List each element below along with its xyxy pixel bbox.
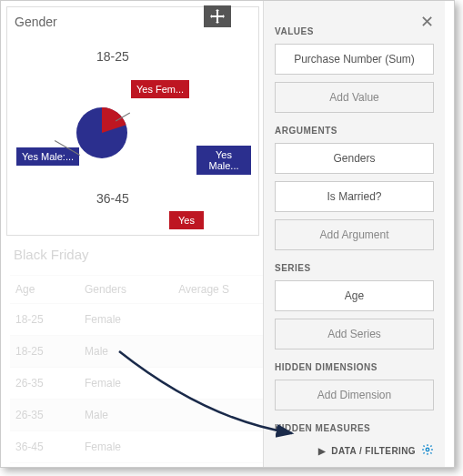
section-series: SERIES bbox=[275, 263, 434, 273]
age-label-18-25: 18-25 bbox=[96, 49, 129, 64]
pie-label-yes: Yes bbox=[169, 211, 204, 229]
add-series-button[interactable]: Add Series bbox=[275, 319, 434, 349]
chart-canvas: 18-25 Yes Fem... Yes Male:... 36-45 Yes … bbox=[15, 29, 251, 229]
section-hidden-dimensions: HIDDEN DIMENSIONS bbox=[275, 362, 434, 372]
argument-item-married[interactable]: Is Married? bbox=[275, 181, 434, 212]
section-values: VALUES bbox=[275, 26, 434, 36]
table-row: 26-35Female$8 bbox=[10, 368, 283, 400]
add-value-button[interactable]: Add Value bbox=[275, 82, 434, 113]
pie-label-male-2: Yes Male... bbox=[196, 146, 251, 175]
data-table: Age Genders Average S 18-25Female$7 18-2… bbox=[10, 276, 283, 463]
svg-point-1 bbox=[426, 448, 429, 451]
table-row: 18-25Male$9 bbox=[10, 336, 283, 368]
move-icon[interactable] bbox=[204, 5, 231, 27]
chart-widget[interactable]: Gender 18-25 Yes Fem... Yes Male:... 36-… bbox=[6, 6, 259, 236]
table-row: 36-45Female$8 bbox=[10, 431, 283, 463]
table-title: Black Friday bbox=[10, 236, 283, 276]
gear-icon[interactable] bbox=[421, 443, 434, 458]
data-filtering-label: DATA / FILTERING bbox=[331, 446, 416, 456]
table-row: 26-35Male$9 bbox=[10, 400, 283, 431]
pie-label-female: Yes Fem... bbox=[131, 80, 189, 98]
data-filtering-link[interactable]: ▶ DATA / FILTERING bbox=[318, 443, 434, 458]
pie-chart-18-25 bbox=[76, 107, 127, 158]
value-item[interactable]: Purchase Number (Sum) bbox=[275, 44, 434, 75]
age-label-36-45: 36-45 bbox=[96, 191, 129, 206]
series-item-age[interactable]: Age bbox=[275, 280, 434, 311]
close-icon[interactable]: ✕ bbox=[420, 12, 434, 32]
settings-panel: ✕ VALUES Purchase Number (Sum) Add Value… bbox=[263, 1, 445, 468]
data-table-widget: Black Friday Age Genders Average S 18-25… bbox=[1, 236, 292, 468]
section-arguments: ARGUMENTS bbox=[275, 126, 434, 136]
table-row: 18-25Female$7 bbox=[10, 304, 283, 336]
add-dimension-button[interactable]: Add Dimension bbox=[275, 380, 434, 410]
argument-item-genders[interactable]: Genders bbox=[275, 143, 434, 174]
add-argument-button[interactable]: Add Argument bbox=[275, 219, 434, 250]
col-gender: Genders bbox=[79, 276, 173, 304]
col-age: Age bbox=[10, 276, 79, 304]
section-hidden-measures: HIDDEN MEASURES bbox=[275, 423, 434, 433]
